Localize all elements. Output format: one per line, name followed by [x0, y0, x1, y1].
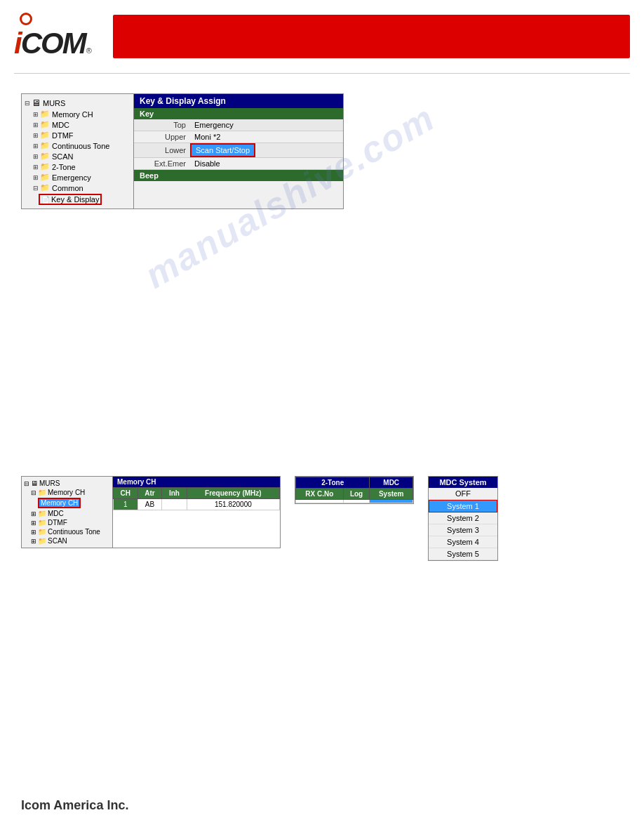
assign-label-upper: Upper: [134, 131, 190, 143]
tree-sm-memory-ch-child[interactable]: Memory CH: [22, 497, 112, 509]
assign-row-top: Top Emergency: [134, 119, 343, 131]
computer-icon: 🖥: [31, 479, 38, 487]
expand-icon: ⊟: [24, 480, 29, 487]
tree-sm-memory-ch-parent[interactable]: ⊟ 📁 Memory CH: [22, 488, 112, 497]
col-2tone: 2-Tone: [296, 477, 370, 489]
col-mdc: MDC: [370, 477, 413, 489]
tree-sm-continuous-tone[interactable]: ⊞ 📁 Continuous Tone: [22, 527, 112, 536]
tree-sm-scan[interactable]: ⊞ 📁 SCAN: [22, 536, 112, 545]
tree-sm-dtmf[interactable]: ⊞ 📁 DTMF: [22, 518, 112, 527]
bottom-mid-screenshot: 2-Tone MDC RX C.No Log System: [295, 476, 414, 504]
folder-icon: 📁: [40, 131, 50, 140]
cell-rx: [296, 500, 344, 503]
tree-memory-ch[interactable]: ⊞ 📁 Memory CH: [22, 109, 133, 119]
tree-sm-label: SCAN: [48, 537, 67, 545]
expand-icon: ⊞: [31, 519, 36, 527]
folder-icon: 📁: [40, 162, 50, 171]
tree-dtmf[interactable]: ⊞ 📁 DTMF: [22, 130, 133, 140]
folder-icon: 📁: [38, 489, 46, 496]
tree-label: Key & Display: [51, 195, 99, 204]
bottom-left-screenshot: ⊟ 🖥 MURS ⊟ 📁 Memory CH Memory CH ⊞: [21, 476, 281, 548]
tree-continuous-tone[interactable]: ⊞ 📁 Continuous Tone: [22, 140, 133, 151]
assign-row-lower: Lower Scan Start/Stop: [134, 143, 343, 158]
tree-sm-label: MDC: [48, 510, 64, 517]
tree-sm-root-label: MURS: [39, 479, 60, 487]
assign-label-top: Top: [134, 119, 190, 131]
tree-sm-mdc[interactable]: ⊞ 📁 MDC: [22, 509, 112, 518]
tree-label: Emergency: [52, 173, 91, 182]
tree-sm-label: Memory CH: [48, 489, 85, 496]
assign-value-lower[interactable]: Scan Start/Stop: [190, 143, 255, 157]
red-banner: [113, 15, 630, 58]
assign-label-extem: Ext.Emer: [134, 158, 190, 169]
logo-trademark: ®: [86, 46, 92, 55]
col-rxcno: RX C.No: [296, 489, 344, 500]
main-content: ⊟ 🖥 MURS ⊞ 📁 Memory CH ⊞ 📁 MDC ⊞ 📁 DTMF: [0, 79, 644, 575]
assign-value-extem[interactable]: Disable: [190, 158, 343, 169]
assign-row-upper: Upper Moni *2: [134, 131, 343, 143]
mdc-item-off[interactable]: OFF: [429, 488, 497, 500]
tree-expand-icon: ⊞: [33, 164, 40, 171]
tree-expand-icon: ⊞: [33, 153, 40, 160]
mdc-item-system4[interactable]: System 4: [429, 536, 497, 548]
col-log: Log: [343, 489, 370, 500]
mid-table: 2-Tone MDC RX C.No Log System: [295, 477, 413, 503]
tree-common[interactable]: ⊟ 📁 Common: [22, 183, 133, 193]
tree-expand-icon: ⊟: [33, 185, 40, 192]
logo-circle-icon: [20, 13, 32, 25]
assign-value-upper[interactable]: Moni *2: [190, 131, 343, 143]
folder-icon: 📁: [38, 510, 46, 517]
tree-root: ⊟ 🖥 MURS: [22, 97, 133, 109]
assign-value-top[interactable]: Emergency: [190, 119, 343, 131]
tree-2tone[interactable]: ⊞ 📁 2-Tone: [22, 161, 133, 172]
mdc-item-system5[interactable]: System 5: [429, 548, 497, 560]
tree-mdc[interactable]: ⊞ 📁 MDC: [22, 119, 133, 130]
tree-label: Continuous Tone: [52, 142, 109, 150]
col-atr: Atr: [137, 488, 162, 499]
tree-expand-icon: ⊞: [33, 143, 40, 150]
col-ch: CH: [114, 488, 138, 499]
tree-panel-top: ⊟ 🖥 MURS ⊞ 📁 Memory CH ⊞ 📁 MDC ⊞ 📁 DTMF: [22, 94, 134, 208]
folder-icon: 📁: [40, 120, 50, 129]
folder-icon: 📁: [40, 183, 50, 192]
tree-label: SCAN: [52, 152, 74, 161]
table-row: [296, 500, 413, 503]
cell-atr: AB: [137, 499, 162, 510]
key-section-header: Key: [134, 108, 343, 119]
tree-root-label: MURS: [43, 99, 65, 107]
memory-table: CH Atr Inh Frequency (MHz) 1 AB 151.8200…: [113, 487, 280, 510]
tree-sm-selected-box: Memory CH: [38, 498, 81, 508]
tree-sm-label: Continuous Tone: [48, 528, 100, 536]
col-freq: Frequency (MHz): [187, 488, 279, 499]
tree-label: Memory CH: [52, 110, 93, 119]
cell-system[interactable]: [370, 500, 413, 503]
folder-icon: 📁: [40, 173, 50, 182]
assign-row-extem: Ext.Emer Disable: [134, 158, 343, 170]
folder-icon: 📁: [38, 519, 46, 527]
memory-panel-header: Memory CH: [113, 477, 280, 487]
beep-section-header: Beep: [134, 170, 343, 181]
assign-label-lower: Lower: [134, 145, 190, 156]
tree-label: DTMF: [52, 131, 74, 140]
table-row: 1 AB 151.820000: [114, 499, 280, 510]
tree-expand-icon: ⊟: [25, 100, 32, 107]
tree-key-display[interactable]: 📄 Key & Display: [22, 193, 133, 206]
folder-icon: 📁: [40, 110, 50, 119]
tree-label: MDC: [52, 121, 69, 129]
tree-sm-label: DTMF: [48, 519, 67, 527]
mdc-item-system1[interactable]: System 1: [429, 500, 497, 512]
mdc-item-system2[interactable]: System 2: [429, 512, 497, 524]
top-screenshot: ⊟ 🖥 MURS ⊞ 📁 Memory CH ⊞ 📁 MDC ⊞ 📁 DTMF: [21, 93, 344, 209]
tree-panel-bottom-left: ⊟ 🖥 MURS ⊟ 📁 Memory CH Memory CH ⊞: [22, 477, 113, 548]
mdc-dropdown-header: MDC System: [429, 477, 497, 488]
tree-expand-icon: ⊞: [33, 111, 40, 118]
tree-emergency[interactable]: ⊞ 📁 Emergency: [22, 172, 133, 183]
memory-panel: Memory CH CH Atr Inh Frequency (MHz) 1: [113, 477, 280, 548]
tree-scan[interactable]: ⊞ 📁 SCAN: [22, 151, 133, 161]
tree-sm-root: ⊟ 🖥 MURS: [22, 479, 112, 488]
cell-freq: 151.820000: [187, 499, 279, 510]
assign-panel: Key & Display Assign Key Top Emergency U…: [134, 94, 343, 208]
mdc-item-system3[interactable]: System 3: [429, 524, 497, 536]
folder-icon: 📁: [38, 537, 46, 545]
header-divider: [14, 73, 630, 74]
